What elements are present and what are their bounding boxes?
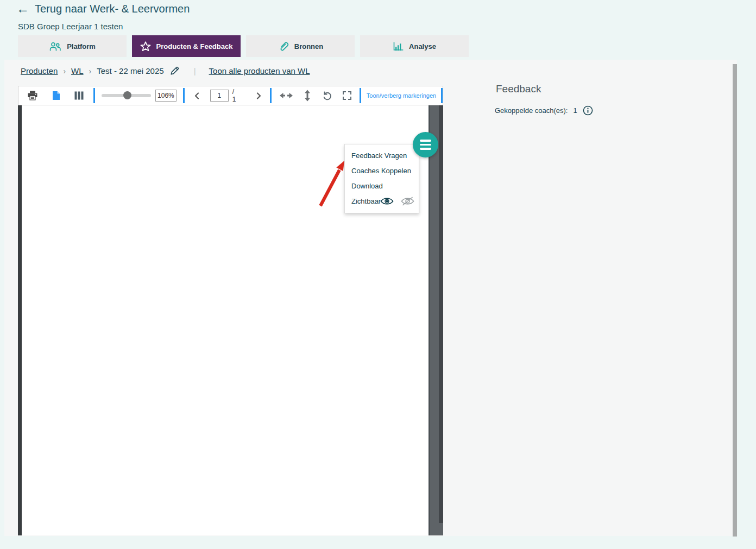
pdf-gutter-left [18, 105, 22, 535]
thumbnails-columns-icon[interactable] [74, 91, 84, 100]
visibility-row: Zichtbaar [345, 193, 419, 209]
show-all-products-link[interactable]: Toon alle producten van WL [209, 66, 310, 75]
menu-item-coaches-koppelen[interactable]: Coaches Koppelen [345, 163, 419, 178]
tab-producten-feedback[interactable]: Producten & Feedback [132, 35, 241, 57]
toolbar-divider [93, 88, 95, 103]
group-subtitle: SDB Groep Leerjaar 1 testen [18, 22, 123, 31]
fit-height-icon[interactable] [304, 90, 311, 102]
star-icon [140, 41, 151, 52]
people-icon [49, 42, 61, 51]
page-title: Terug naar Werk- & Leervormen [35, 3, 190, 15]
breadcrumb: Producten › WL › Test - 22 mei 2025 | To… [21, 66, 310, 76]
next-page-icon[interactable] [256, 92, 261, 99]
toolbar-divider [441, 88, 443, 103]
feedback-panel-title: Feedback [496, 83, 541, 95]
breadcrumb-separator: › [63, 67, 66, 75]
coaches-count: 1 [573, 106, 577, 115]
breadcrumb-current: Test - 22 mei 2025 [97, 66, 163, 75]
app-root: { "header": { "back_label": "Terug naar … [0, 0, 756, 549]
product-context-menu: Feedback Vragen Coaches Koppelen Downloa… [344, 144, 419, 213]
back-arrow-icon[interactable]: ← [16, 2, 29, 15]
coaches-label: Gekoppelde coach(es): [495, 106, 568, 115]
tab-bronnen[interactable]: Bronnen [246, 35, 355, 57]
fullscreen-icon[interactable] [342, 91, 352, 100]
toggle-markings-link[interactable]: Toon/verberg markeringen [367, 92, 436, 99]
tab-label: Bronnen [294, 42, 323, 51]
tab-platform[interactable]: Platform [18, 35, 127, 57]
menu-item-feedback-vragen[interactable]: Feedback Vragen [345, 148, 419, 163]
print-icon[interactable] [27, 91, 38, 100]
breadcrumb-separator: › [89, 67, 92, 75]
zoom-slider-thumb[interactable] [123, 91, 131, 99]
breadcrumb-divider: | [194, 66, 196, 75]
fit-width-icon[interactable] [279, 92, 294, 99]
breadcrumb-wl[interactable]: WL [71, 66, 84, 75]
pdf-canvas-area: Feedback Vragen Coaches Koppelen Downloa… [18, 105, 443, 535]
page-scrollbar[interactable] [733, 64, 737, 537]
toolbar-divider [360, 88, 361, 103]
tab-label: Platform [67, 42, 96, 51]
tab-analyse[interactable]: Analyse [360, 35, 469, 57]
pdf-scrollbar[interactable] [439, 105, 443, 523]
visibility-label: Zichtbaar [351, 197, 381, 205]
pdf-toolbar: 106% / 1 [18, 86, 443, 105]
tab-label: Analyse [409, 42, 436, 51]
page-number-input[interactable] [210, 90, 229, 102]
document-icon[interactable] [52, 91, 60, 100]
paperclip-icon [278, 41, 289, 52]
hamburger-menu-icon [420, 140, 431, 142]
toolbar-divider [183, 88, 185, 103]
toolbar-divider [270, 88, 272, 103]
zoom-level-value[interactable]: 106% [155, 90, 177, 102]
eye-icon[interactable] [380, 197, 394, 206]
coach-row: Gekoppelde coach(es): 1 [495, 105, 593, 116]
product-menu-fab[interactable] [413, 132, 438, 157]
page-count: / 1 [232, 88, 239, 103]
previous-page-icon[interactable] [194, 92, 199, 99]
zoom-slider[interactable] [102, 94, 151, 97]
content-panel: Producten › WL › Test - 22 mei 2025 | To… [4, 60, 737, 536]
pdf-viewer: 106% / 1 [18, 86, 443, 536]
menu-item-download[interactable]: Download [345, 178, 419, 193]
breadcrumb-producten[interactable]: Producten [21, 66, 58, 75]
tab-label: Producten & Feedback [156, 42, 233, 51]
main-tabs: Platform Producten & Feedback Bronnen An… [18, 35, 469, 57]
back-link[interactable]: ← Terug naar Werk- & Leervormen [16, 2, 190, 15]
bar-chart-icon [393, 42, 404, 51]
eye-slash-icon[interactable] [401, 197, 414, 206]
edit-pencil-icon[interactable] [169, 66, 180, 76]
info-circle-icon[interactable] [583, 105, 593, 116]
rotate-icon[interactable] [322, 91, 332, 101]
